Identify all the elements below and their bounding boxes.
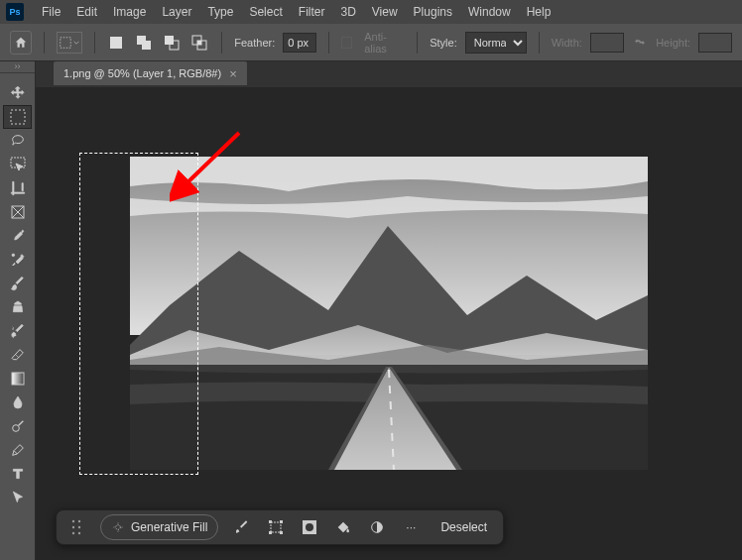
more-options-icon[interactable]: ··· bbox=[401, 517, 421, 537]
menu-plugins[interactable]: Plugins bbox=[406, 5, 460, 19]
svg-rect-30 bbox=[269, 520, 272, 523]
svg-point-27 bbox=[78, 532, 80, 534]
svg-point-35 bbox=[306, 523, 313, 531]
brush-tool[interactable] bbox=[3, 272, 32, 295]
options-bar: Feather: Anti-alias Style: Normal Width:… bbox=[0, 24, 742, 61]
svg-rect-8 bbox=[197, 41, 201, 45]
width-label: Width: bbox=[552, 37, 582, 49]
tools-panel: ›› bbox=[0, 61, 36, 560]
generative-fill-label: Generative Fill bbox=[131, 520, 207, 534]
feather-input[interactable] bbox=[283, 33, 316, 53]
svg-point-25 bbox=[78, 526, 80, 528]
svg-rect-9 bbox=[11, 110, 25, 124]
menu-3d[interactable]: 3D bbox=[332, 5, 363, 19]
height-input bbox=[698, 33, 732, 53]
mask-icon[interactable] bbox=[300, 517, 319, 537]
antialias-label: Anti-alias bbox=[364, 31, 405, 55]
marquee-mode-dropdown[interactable] bbox=[57, 32, 82, 54]
home-button[interactable] bbox=[10, 31, 32, 55]
adjustment-icon[interactable] bbox=[367, 517, 387, 537]
eraser-tool[interactable] bbox=[3, 343, 32, 367]
svg-rect-3 bbox=[142, 41, 151, 50]
collapse-toolbar-icon[interactable]: ›› bbox=[0, 61, 35, 73]
menu-file[interactable]: File bbox=[34, 5, 68, 19]
dodge-tool[interactable] bbox=[3, 414, 32, 438]
lasso-tool[interactable] bbox=[3, 129, 32, 153]
svg-line-17 bbox=[18, 421, 23, 426]
svg-point-28 bbox=[116, 525, 121, 530]
deselect-button[interactable]: Deselect bbox=[434, 520, 493, 534]
fill-icon[interactable] bbox=[333, 517, 353, 537]
sparkle-icon bbox=[111, 520, 125, 534]
rectangular-marquee-tool[interactable] bbox=[3, 105, 32, 129]
svg-point-26 bbox=[72, 532, 74, 534]
svg-rect-29 bbox=[271, 522, 281, 532]
canvas-image bbox=[130, 157, 648, 470]
type-tool[interactable] bbox=[3, 462, 32, 486]
generative-fill-button[interactable]: Generative Fill bbox=[100, 514, 218, 540]
eyedropper-tool[interactable] bbox=[3, 224, 32, 248]
svg-rect-31 bbox=[280, 520, 283, 523]
svg-rect-1 bbox=[110, 37, 122, 49]
selection-new-icon[interactable] bbox=[106, 32, 126, 54]
object-selection-tool[interactable] bbox=[3, 153, 32, 176]
svg-point-16 bbox=[12, 425, 19, 432]
antialias-checkbox bbox=[341, 37, 352, 49]
menu-filter[interactable]: Filter bbox=[291, 5, 333, 19]
style-label: Style: bbox=[430, 37, 457, 49]
svg-point-22 bbox=[72, 520, 74, 522]
menu-view[interactable]: View bbox=[364, 5, 406, 19]
select-subject-icon[interactable] bbox=[232, 517, 252, 537]
menubar: Ps File Edit Image Layer Type Select Fil… bbox=[0, 0, 742, 24]
style-select[interactable]: Normal bbox=[465, 32, 527, 54]
menu-type[interactable]: Type bbox=[199, 5, 241, 19]
frame-tool[interactable] bbox=[3, 200, 32, 224]
chevron-down-icon bbox=[73, 40, 79, 46]
move-tool[interactable] bbox=[3, 81, 32, 105]
menu-select[interactable]: Select bbox=[241, 5, 290, 19]
svg-point-24 bbox=[72, 526, 74, 528]
document-tab-title: 1.png @ 50% (Layer 1, RGB/8#) bbox=[63, 67, 221, 79]
gradient-tool[interactable] bbox=[3, 367, 32, 391]
path-selection-tool[interactable] bbox=[3, 486, 32, 509]
spot-healing-brush-tool[interactable] bbox=[3, 248, 32, 272]
clone-stamp-tool[interactable] bbox=[3, 295, 32, 319]
swap-dimensions-icon bbox=[632, 34, 648, 52]
contextual-task-bar: Generative Fill ··· Deselect bbox=[56, 509, 504, 545]
feather-label: Feather: bbox=[234, 37, 275, 49]
selection-subtract-icon[interactable] bbox=[162, 32, 182, 54]
svg-rect-0 bbox=[60, 37, 70, 48]
svg-point-14 bbox=[12, 254, 15, 257]
menu-layer[interactable]: Layer bbox=[154, 5, 199, 19]
svg-rect-33 bbox=[280, 531, 283, 534]
selection-add-icon[interactable] bbox=[134, 32, 154, 54]
blur-tool[interactable] bbox=[3, 391, 32, 414]
document-tabs: 1.png @ 50% (Layer 1, RGB/8#) × bbox=[36, 61, 742, 87]
svg-point-23 bbox=[78, 520, 80, 522]
menu-image[interactable]: Image bbox=[105, 5, 154, 19]
width-input bbox=[590, 33, 624, 53]
app-logo: Ps bbox=[6, 3, 24, 21]
menu-help[interactable]: Help bbox=[519, 5, 559, 19]
menu-window[interactable]: Window bbox=[460, 5, 519, 19]
menu-edit[interactable]: Edit bbox=[68, 5, 105, 19]
pen-tool[interactable] bbox=[3, 438, 32, 462]
home-icon bbox=[14, 36, 28, 50]
selection-intersect-icon[interactable] bbox=[189, 32, 209, 54]
svg-rect-15 bbox=[12, 373, 24, 385]
marquee-icon bbox=[60, 37, 71, 49]
height-label: Height: bbox=[656, 37, 690, 49]
close-tab-icon[interactable]: × bbox=[229, 66, 237, 81]
transform-selection-icon[interactable] bbox=[266, 517, 286, 537]
canvas-area[interactable]: Generative Fill ··· Deselect bbox=[36, 87, 742, 560]
drag-handle-icon[interactable] bbox=[66, 517, 86, 537]
document-tab[interactable]: 1.png @ 50% (Layer 1, RGB/8#) × bbox=[54, 61, 247, 85]
svg-rect-32 bbox=[269, 531, 272, 534]
history-brush-tool[interactable] bbox=[3, 319, 32, 343]
crop-tool[interactable] bbox=[3, 176, 32, 200]
